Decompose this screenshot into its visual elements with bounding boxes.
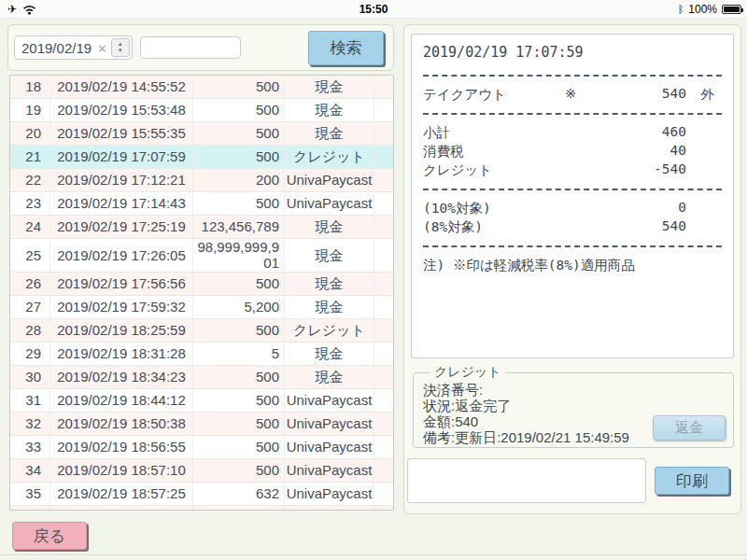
table-row[interactable]: 202019/02/19 15:55:35500現金 [10,122,393,146]
receipt-line: クレジット-540 [423,161,722,180]
table-row[interactable]: 192019/02/19 15:53:48500現金 [10,99,393,122]
receipt-item-value: 460 [662,124,686,139]
table-row[interactable]: 262019/02/19 17:56:56500現金 [10,273,393,296]
datetime-cell: 2019/02/19 18:50:38 [50,413,193,435]
datetime-cell: 2019/02/19 14:55:52 [50,76,193,98]
credit-info-line: 決済番号: [423,382,724,398]
refund-button[interactable]: 返金 [653,415,726,441]
row-number-cell: 26 [10,273,50,295]
amount-cell: 500 [193,192,285,215]
table-row[interactable]: 322019/02/19 18:50:38500UnivaPaycast [10,413,393,436]
table-row[interactable]: 222019/02/19 17:12:21200UnivaPaycast [10,169,393,192]
status-bar-right: ᛒ 100% [678,0,741,19]
amount-cell: 500 [193,506,285,511]
payment-method-cell: UnivaPaycast [285,169,374,191]
payment-method-cell: UnivaPaycast [285,413,374,435]
status-bar-left: ✈ [7,0,36,19]
credit-info-fieldset: クレジット 決済番号:状況:返金完了金額:540備考:更新日:2019/02/2… [413,364,734,448]
table-row[interactable]: 302019/02/19 18:34:23500現金 [10,366,393,389]
table-row[interactable]: 362019/02/19 19:00:45500現金 [10,506,393,511]
table-row[interactable]: 182019/02/19 14:55:52500現金 [10,76,393,99]
datetime-cell: 2019/02/19 17:14:43 [50,192,193,215]
row-number-cell: 28 [10,319,50,342]
receipt-separator [423,245,722,247]
row-pad-cell [374,366,393,388]
table-row[interactable]: 332019/02/19 18:56:55500UnivaPaycast [10,436,393,459]
payment-method-cell: 現金 [285,296,374,318]
table-row[interactable]: 212019/02/19 17:07:59500クレジット [10,146,393,169]
row-pad-cell [374,436,393,458]
table-row[interactable]: 312019/02/19 18:44:12500UnivaPaycast [10,389,393,413]
receipt-datetime: 2019/02/19 17:07:59 [423,44,722,66]
stepper-up-icon[interactable]: ▲ [118,41,123,48]
pos-history-screen: ✈ 15:50 ᛒ 100% 2019/02/19 × ▲ [0,0,747,560]
stepper-down-icon[interactable]: ▼ [118,48,123,54]
payment-method-cell: 現金 [285,76,374,98]
keyword-input[interactable] [140,36,241,59]
payment-method-cell: 現金 [285,343,374,365]
row-number-cell: 19 [10,99,50,121]
receipt-item-value: 40 [670,143,686,158]
back-button[interactable]: 戻る [12,522,87,550]
receipt-item-label: 小計 [423,124,450,142]
memo-textarea[interactable] [407,458,646,503]
amount-cell: 500 [193,122,285,145]
row-pad-cell [374,192,393,215]
row-pad-cell [374,459,393,482]
datetime-cell: 2019/02/19 17:07:59 [50,146,193,168]
amount-cell: 500 [193,146,285,168]
datetime-cell: 2019/02/19 18:44:12 [50,389,193,412]
row-pad-cell [374,483,393,505]
table-row[interactable]: 292019/02/19 18:31:285現金 [10,343,393,366]
row-pad-cell [374,169,393,191]
amount-cell: 500 [193,273,285,295]
datetime-cell: 2019/02/19 18:57:10 [50,459,193,482]
battery-icon [722,5,741,14]
amount-cell: 5 [193,343,285,365]
row-pad-cell [374,343,393,365]
print-button[interactable]: 印刷 [655,467,729,495]
row-number-cell: 31 [10,389,50,412]
table-row[interactable]: 342019/02/19 18:57:10500UnivaPaycast [10,459,393,483]
receipt-separator [423,113,722,115]
row-number-cell: 21 [10,146,50,168]
table-row[interactable]: 242019/02/19 17:25:19123,456,789現金 [10,216,393,239]
row-number-cell: 32 [10,413,50,435]
receipt-line: (10%対象)0 [423,200,722,218]
date-stepper[interactable]: ▲ ▼ [111,38,130,57]
amount-cell: 500 [193,389,285,412]
datetime-cell: 2019/02/19 17:26:05 [50,239,193,272]
receipt-item-label: テイクアウト [423,86,506,104]
table-row[interactable]: 282019/02/19 18:25:59500クレジット [10,319,393,343]
table-row[interactable]: 352019/02/19 18:57:25632UnivaPaycast [10,483,393,506]
datetime-cell: 2019/02/19 15:53:48 [50,99,193,121]
amount-cell: 5,200 [193,296,285,318]
receipt-lines: テイクアウト※540外小計460消費税40クレジット-540(10%対象)0(8… [423,75,722,274]
receipt-separator [423,189,722,190]
payment-method-cell: クレジット [285,146,374,168]
row-number-cell: 33 [10,436,50,458]
row-number-cell: 30 [10,366,50,388]
receipt-item-suffix: 外 [701,86,715,104]
clear-date-icon[interactable]: × [98,40,111,56]
receipt-item-value: 0 [678,200,686,215]
table-row[interactable]: 272019/02/19 17:59:325,200現金 [10,296,393,319]
payment-method-cell: クレジット [285,319,374,342]
amount-cell: 500 [193,459,285,482]
row-pad-cell [374,506,393,511]
bluetooth-icon: ᛒ [678,5,684,15]
row-number-cell: 34 [10,459,50,482]
payment-method-cell: UnivaPaycast [285,436,374,458]
receipt-line: (8%対象)540 [423,218,722,237]
date-spinner-field[interactable]: 2019/02/19 × ▲ ▼ [14,35,133,60]
receipt-item-label: 消費税 [423,143,464,161]
datetime-cell: 2019/02/19 18:57:25 [50,483,193,505]
table-row[interactable]: 232019/02/19 17:14:43500UnivaPaycast [10,192,393,216]
datetime-cell: 2019/02/19 17:56:56 [50,273,193,295]
row-pad-cell [374,76,393,98]
table-row[interactable]: 252019/02/19 17:26:0598,999,999,901現金 [10,239,393,273]
row-number-cell: 29 [10,343,50,365]
search-button[interactable]: 検索 [308,31,384,65]
amount-cell: 500 [193,99,285,121]
receipt-tax-mark: ※ [565,86,576,101]
